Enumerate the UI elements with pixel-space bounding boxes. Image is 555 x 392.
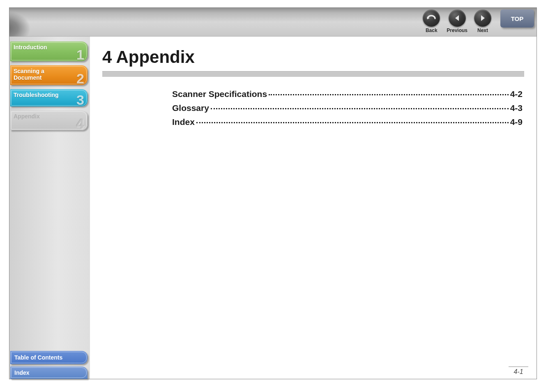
page-title: 4 Appendix	[102, 47, 524, 67]
previous-button[interactable]: Previous	[447, 9, 467, 33]
toc-dots	[196, 122, 509, 123]
tab-number: 3	[76, 92, 84, 108]
content-area: 4 Appendix Scanner Specifications 4-2 Gl…	[90, 37, 537, 379]
toc-title: Glossary	[172, 103, 209, 113]
title-underline	[102, 71, 524, 77]
next-label: Next	[477, 28, 488, 33]
table-of-contents-button[interactable]: Table of Contents	[10, 351, 88, 364]
tab-label: Introduction	[14, 44, 47, 51]
top-button-label: TOP	[511, 15, 524, 22]
toc-page: 4-3	[510, 103, 523, 113]
back-label: Back	[426, 28, 438, 33]
next-button[interactable]: Next	[474, 9, 491, 33]
back-button[interactable]: Back	[423, 9, 440, 33]
tab-number: 4	[76, 116, 84, 132]
top-bar-decoration	[9, 8, 35, 37]
index-button[interactable]: Index	[10, 367, 88, 379]
sidebar-tab-introduction[interactable]: Introduction 1	[10, 42, 88, 61]
tab-number: 1	[76, 47, 84, 63]
sidebar: Introduction 1 Scanning a Document 2 Tro…	[9, 37, 90, 379]
sidebar-bottom-tabs: Table of Contents Index	[9, 348, 90, 379]
back-icon	[423, 9, 440, 27]
page-container: Back Previous Next TOP	[9, 7, 537, 379]
toc-list: Scanner Specifications 4-2 Glossary 4-3 …	[172, 89, 523, 127]
top-bar: Back Previous Next TOP	[9, 8, 537, 37]
top-nav: Back Previous Next TOP	[423, 9, 537, 36]
toc-title: Index	[172, 117, 195, 127]
toc-item-scanner-specifications[interactable]: Scanner Specifications 4-2	[172, 89, 523, 99]
previous-label: Previous	[447, 28, 467, 33]
tab-label: Troubleshooting	[14, 92, 59, 98]
toc-dots	[269, 94, 509, 95]
index-button-label: Index	[14, 369, 30, 376]
toc-button-label: Table of Contents	[14, 354, 62, 361]
toc-item-index[interactable]: Index 4-9	[172, 117, 523, 127]
toc-title: Scanner Specifications	[172, 89, 267, 99]
toc-page: 4-9	[510, 117, 523, 127]
sidebar-tab-appendix[interactable]: Appendix 4	[10, 111, 88, 130]
body-area: Introduction 1 Scanning a Document 2 Tro…	[9, 37, 537, 379]
page-number: 4-1	[509, 367, 528, 376]
top-button[interactable]: TOP	[500, 9, 534, 28]
previous-icon	[449, 9, 466, 27]
next-icon	[474, 9, 491, 27]
sidebar-tab-scanning[interactable]: Scanning a Document 2	[10, 65, 88, 85]
tab-label: Scanning a Document	[14, 68, 44, 81]
toc-page: 4-2	[510, 89, 523, 99]
sidebar-tab-troubleshooting[interactable]: Troubleshooting 3	[10, 89, 88, 106]
toc-item-glossary[interactable]: Glossary 4-3	[172, 103, 523, 113]
toc-dots	[211, 108, 509, 109]
tab-label: Appendix	[14, 113, 40, 120]
tab-number: 2	[76, 71, 84, 87]
